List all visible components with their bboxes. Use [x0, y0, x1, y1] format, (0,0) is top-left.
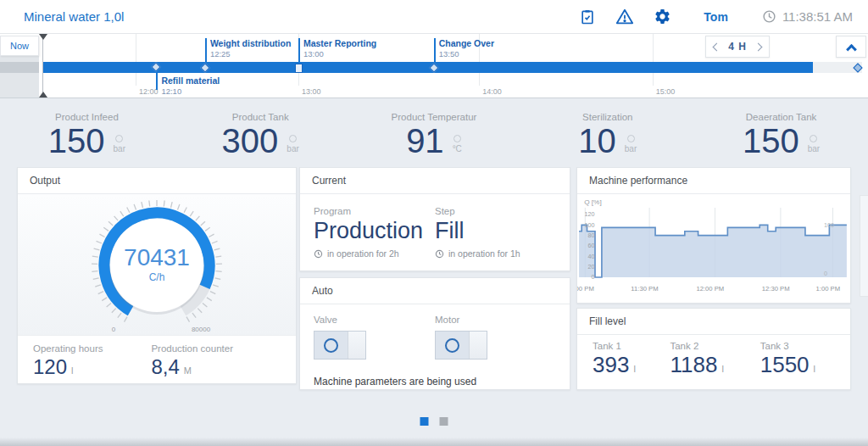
current-card: Current Program Production in operation … — [299, 167, 570, 271]
clock-icon — [762, 9, 776, 24]
current-label: Program — [314, 206, 423, 216]
kpi-sterilization: Sterilization 10 bar — [520, 100, 694, 166]
tank-2: Tank 2 1188 l — [670, 341, 723, 378]
kpi-product-tank: Product Tank 300 bar — [174, 100, 348, 166]
kpi-product-infeed: Product Infeed 150 bar — [0, 100, 174, 166]
page-dots — [420, 417, 448, 426]
kpi-label: Product Infeed — [55, 112, 119, 122]
timeline-gridline — [653, 34, 654, 86]
page-dot-1[interactable] — [420, 417, 429, 426]
svg-text:1:00 PM: 1:00 PM — [815, 285, 840, 293]
event-stem — [434, 38, 436, 62]
svg-text:20: 20 — [588, 264, 595, 270]
event-time: 13:00 — [303, 49, 324, 59]
kpi-value: 300 — [222, 122, 279, 159]
svg-text:Q [%]: Q [%] — [584, 198, 602, 206]
svg-text:12:30 PM: 12:30 PM — [762, 285, 790, 293]
timeline-collapse-button[interactable] — [836, 36, 866, 58]
kpi-value: 150 — [48, 122, 105, 159]
motor-toggle-block: Motor — [435, 315, 487, 360]
bottom-shadow — [0, 438, 868, 446]
alarm-warning-icon[interactable] — [615, 8, 634, 26]
performance-chart: Q [%]02040608010012011:00 PM11:30 PM12:0… — [577, 194, 850, 301]
kpi-unit: bar — [625, 144, 637, 153]
tank-label: Tank 1 — [593, 341, 636, 351]
time-range-control: 4 H — [705, 36, 770, 58]
svg-text:0: 0 — [592, 275, 595, 282]
stat-label: Production counter — [151, 343, 233, 354]
timeline-scroll-area[interactable] — [0, 56, 39, 98]
timeline-scroll-thumb[interactable] — [0, 62, 39, 73]
kpi-value: 91 — [406, 122, 444, 159]
kpi-value: 150 — [743, 122, 799, 159]
svg-text:100: 100 — [824, 222, 834, 229]
user-menu[interactable]: Tom — [704, 10, 728, 24]
kpi-unit: °C — [453, 144, 462, 153]
kpi-label: Product Tank — [232, 112, 289, 122]
axis-tick: 15:00 — [653, 87, 676, 96]
gauge-max: 80000 — [192, 326, 211, 333]
timeline: Now Weight distribution 12:25 Master — [0, 34, 868, 98]
page-dot-2[interactable] — [440, 417, 448, 426]
toggle-state-icon — [445, 338, 459, 353]
clock-icon — [314, 249, 323, 259]
svg-text:100: 100 — [585, 222, 595, 229]
tank-1: Tank 1 393 l — [593, 341, 636, 378]
event-label: Master Reporting — [303, 38, 376, 48]
event-label: Refill material — [161, 75, 220, 86]
valve-toggle-block: Valve — [314, 315, 366, 360]
kpi-unit: bar — [287, 144, 298, 153]
output-stats: Operating hours 120 l Production counter… — [18, 335, 296, 383]
event-marker-square[interactable] — [295, 64, 303, 73]
current-value: Production — [314, 218, 423, 244]
range-next-icon[interactable] — [754, 42, 763, 51]
stat-operating-hours: Operating hours 120 l — [33, 343, 103, 379]
fill-level-card: Fill level Tank 1 393 l Tank 2 1188 l — [576, 308, 851, 390]
tank-label: Tank 2 — [670, 341, 723, 351]
chevron-up-icon — [846, 43, 857, 54]
svg-text:40: 40 — [588, 254, 595, 260]
tank-3: Tank 3 1550 l — [760, 341, 815, 378]
next-page-card-edge — [860, 195, 868, 297]
tank-unit: l — [814, 364, 815, 374]
gauge-ring-icon — [627, 135, 635, 142]
timeline-gridline — [136, 34, 136, 86]
settings-gear-icon[interactable] — [653, 8, 671, 26]
svg-text:80: 80 — [588, 232, 595, 239]
event-time: 12:10 — [161, 86, 181, 96]
checklist-icon[interactable] — [578, 8, 597, 26]
card-title: Machine performance — [577, 168, 850, 194]
page-title: Mineral water 1,0l — [24, 9, 124, 24]
current-label: Step — [435, 206, 520, 216]
card-title: Output — [18, 168, 296, 194]
range-prev-icon[interactable] — [713, 42, 721, 51]
top-bar-actions: Tom 11:38:51 AM — [578, 8, 853, 26]
kpi-deaeration-tank: Deaeration Tank 150 bar — [694, 100, 868, 166]
event-stem — [298, 38, 300, 62]
tank-unit: l — [721, 364, 723, 374]
axis-tick: 12:00 — [136, 87, 159, 96]
toggle-label: Valve — [314, 315, 366, 325]
gauge-ring-icon — [810, 135, 817, 142]
event-stem — [156, 73, 158, 90]
stat-value: 8,4 — [151, 355, 179, 379]
event-stem — [205, 38, 207, 62]
current-note: in operation for 1h — [448, 248, 520, 259]
clock-icon — [435, 249, 444, 259]
output-gauge: 70431 C/h 0 80000 — [18, 194, 296, 335]
gauge-ring-icon — [453, 135, 461, 142]
timeline-drag-handle[interactable] — [39, 34, 47, 98]
svg-text:12:00 PM: 12:00 PM — [696, 285, 724, 293]
svg-text:60: 60 — [588, 243, 595, 250]
stat-production-counter: Production counter 8,4 M — [151, 343, 233, 379]
event-label: Weight distribution — [210, 38, 291, 48]
svg-text:11:00 PM: 11:00 PM — [577, 285, 594, 293]
now-button[interactable]: Now — [0, 36, 39, 56]
kpi-unit: bar — [808, 144, 820, 153]
current-step: Step Fill in operation for 1h — [435, 206, 520, 259]
kpi-label: Sterilization — [582, 112, 632, 122]
kpi-label: Product Temperatur — [392, 112, 477, 122]
motor-toggle[interactable] — [435, 331, 487, 360]
valve-toggle[interactable] — [314, 331, 366, 360]
toggle-state-icon — [324, 338, 338, 353]
